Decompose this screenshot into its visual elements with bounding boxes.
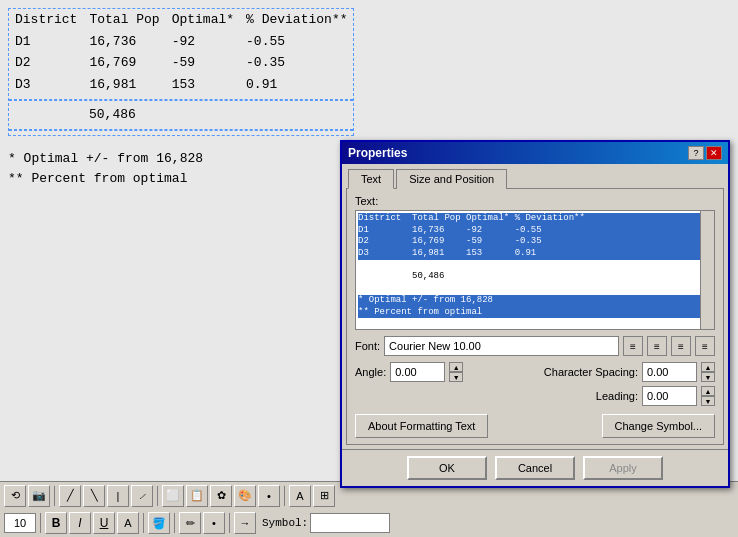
toolbar-btn-4[interactable]: ╲	[83, 485, 105, 507]
dialog-help-button[interactable]: ?	[688, 146, 704, 160]
font-label: Font:	[355, 340, 380, 352]
cell-d3-pop: 16,981	[83, 74, 165, 96]
dialog-titlebar: Properties ? ✕	[342, 142, 728, 164]
tab-text[interactable]: Text	[348, 169, 394, 189]
change-symbol-button[interactable]: Change Symbol...	[602, 414, 715, 438]
angle-spin-down[interactable]: ▼	[449, 372, 463, 382]
dialog-controls: ? ✕	[688, 146, 722, 160]
map-dashed-box: District Total Pop Optimal* % Deviation*…	[8, 8, 354, 136]
header-deviation: % Deviation**	[240, 9, 353, 31]
toolbar-sep-5	[143, 513, 144, 533]
font-color-button[interactable]: A	[117, 512, 139, 534]
toolbar-btn-11[interactable]: •	[258, 485, 280, 507]
font-row: Font: ≡ ≡ ≡ ≡	[355, 336, 715, 356]
font-size-input[interactable]: 10	[4, 513, 36, 533]
leading-row: Leading: ▲ ▼	[355, 386, 715, 406]
cell-d3-district: D3	[9, 74, 83, 96]
toolbar-btn-6[interactable]: ⟋	[131, 485, 153, 507]
table-row: D2 16,769 -59 -0.35	[9, 52, 353, 74]
char-spacing-label: Character Spacing:	[544, 366, 638, 378]
cell-d1-district: D1	[9, 31, 83, 53]
italic-button[interactable]: I	[69, 512, 91, 534]
pen-button[interactable]: •	[203, 512, 225, 534]
arrow-button[interactable]: →	[234, 512, 256, 534]
preview-line-6: 50,486	[358, 271, 712, 283]
dialog-bottom-buttons: OK Cancel Apply	[342, 449, 728, 486]
toolbar-btn-12[interactable]: A	[289, 485, 311, 507]
preview-line-5	[358, 260, 712, 272]
angle-spin-up[interactable]: ▲	[449, 362, 463, 372]
angle-input[interactable]	[390, 362, 445, 382]
symbol-input[interactable]	[310, 513, 390, 533]
preview-line-4: D3 16,981 153 0.91	[358, 248, 712, 260]
tab-bar: Text Size and Position	[342, 164, 728, 188]
preview-line-2: D1 16,736 -92 -0.55	[358, 225, 712, 237]
leading-spin-down[interactable]: ▼	[701, 396, 715, 406]
footnotes: * Optimal +/- from 16,828 ** Percent fro…	[8, 149, 354, 188]
cell-d2-pop: 16,769	[83, 52, 165, 74]
cancel-button[interactable]: Cancel	[495, 456, 575, 480]
toolbar-btn-9[interactable]: ✿	[210, 485, 232, 507]
toolbar-sep-2	[157, 486, 158, 506]
align-right-button[interactable]: ≡	[671, 336, 691, 356]
about-formatting-button[interactable]: About Formatting Text	[355, 414, 488, 438]
char-spacing-input[interactable]	[642, 362, 697, 382]
table-row: D1 16,736 -92 -0.55	[9, 31, 353, 53]
toolbar-btn-10[interactable]: 🎨	[234, 485, 256, 507]
align-center-button[interactable]: ≡	[647, 336, 667, 356]
toolbar-btn-3[interactable]: ╱	[59, 485, 81, 507]
underline-button[interactable]: U	[93, 512, 115, 534]
preview-line-7	[358, 283, 712, 295]
district-table: District Total Pop Optimal* % Deviation*…	[9, 9, 353, 95]
ok-button[interactable]: OK	[407, 456, 487, 480]
dialog-close-button[interactable]: ✕	[706, 146, 722, 160]
table-header-row: District Total Pop Optimal* % Deviation*…	[9, 9, 353, 31]
action-row: About Formatting Text Change Symbol...	[355, 414, 715, 438]
footnote-2: ** Percent from optimal	[8, 169, 354, 189]
dialog-title: Properties	[348, 146, 407, 160]
leading-input[interactable]	[642, 386, 697, 406]
char-spacing-spin-up[interactable]: ▲	[701, 362, 715, 372]
cell-d1-pop: 16,736	[83, 31, 165, 53]
toolbar-btn-8[interactable]: 📋	[186, 485, 208, 507]
toolbar-btn-2[interactable]: 📷	[28, 485, 50, 507]
text-section-label: Text:	[355, 195, 715, 207]
apply-button[interactable]: Apply	[583, 456, 663, 480]
align-justify-button[interactable]: ≡	[695, 336, 715, 356]
angle-label: Angle:	[355, 366, 386, 378]
tab-size-position[interactable]: Size and Position	[396, 169, 507, 189]
char-spacing-spinner: ▲ ▼	[701, 362, 715, 382]
cell-d3-optimal: 153	[166, 74, 240, 96]
toolbar-sep-4	[40, 513, 41, 533]
toolbar-sep-7	[229, 513, 230, 533]
preview-line-9: ** Percent from optimal	[358, 307, 712, 319]
leading-spin-up[interactable]: ▲	[701, 386, 715, 396]
toolbar-btn-5[interactable]: |	[107, 485, 129, 507]
align-left-button[interactable]: ≡	[623, 336, 643, 356]
toolbar-sep-3	[284, 486, 285, 506]
text-preview-scrollbar[interactable]	[700, 211, 714, 329]
total-row: 50,486	[89, 105, 353, 125]
char-spacing-spin-down[interactable]: ▼	[701, 372, 715, 382]
map-text-content: District Total Pop Optimal* % Deviation*…	[8, 8, 354, 188]
leading-label: Leading:	[596, 390, 638, 402]
bold-button[interactable]: B	[45, 512, 67, 534]
cell-d3-dev: 0.91	[240, 74, 353, 96]
angle-spinner: ▲ ▼	[449, 362, 463, 382]
toolbar-btn-7[interactable]: ⬜	[162, 485, 184, 507]
line-color-button[interactable]: ✏	[179, 512, 201, 534]
toolbar-btn-13[interactable]: ⊞	[313, 485, 335, 507]
toolbar-sep-6	[174, 513, 175, 533]
header-optimal: Optimal*	[166, 9, 240, 31]
fill-color-button[interactable]: 🪣	[148, 512, 170, 534]
cell-d2-district: D2	[9, 52, 83, 74]
cell-d1-optimal: -92	[166, 31, 240, 53]
angle-row: Angle: ▲ ▼ Character Spacing: ▲ ▼	[355, 362, 715, 382]
text-preview-area[interactable]: District Total Pop Optimal* % Deviation*…	[355, 210, 715, 330]
font-input[interactable]	[384, 336, 619, 356]
toolbar-btn-1[interactable]: ⟲	[4, 485, 26, 507]
toolbar-sep-1	[54, 486, 55, 506]
cell-d2-optimal: -59	[166, 52, 240, 74]
cell-d2-dev: -0.35	[240, 52, 353, 74]
text-preview-inner: District Total Pop Optimal* % Deviation*…	[356, 211, 714, 320]
